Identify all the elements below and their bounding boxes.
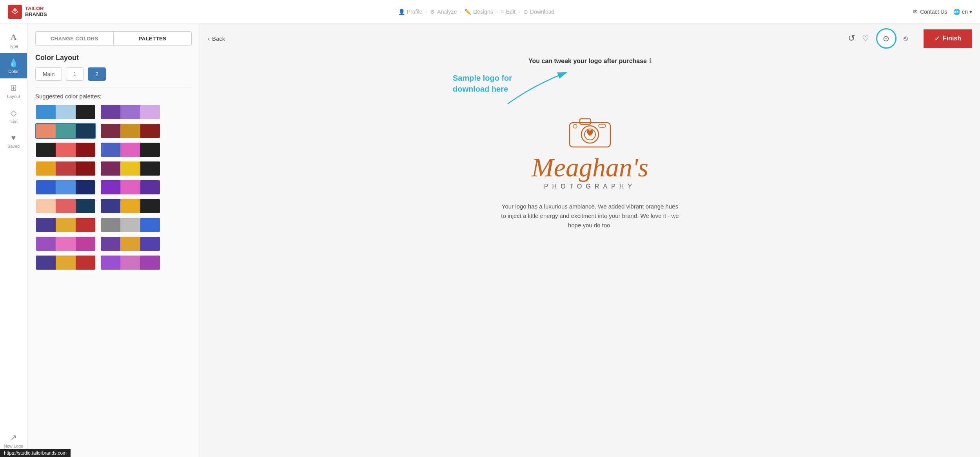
palette-swatch-8-1[interactable] — [35, 236, 96, 252]
palette-row-6 — [35, 198, 192, 214]
palette-swatch-5-1[interactable] — [35, 180, 96, 195]
logo-brand-name: Meaghan's — [532, 153, 648, 182]
edit-icon: ≡ — [501, 9, 504, 15]
nav-step-analyze[interactable]: ⚙ Analyze — [430, 9, 457, 15]
color-panel: CHANGE COLORS PALETTES Color Layout Main… — [27, 24, 200, 457]
annotation-overlay: Sample logo fordownload here — [453, 69, 727, 100]
palette-swatch-6-2[interactable] — [100, 198, 161, 214]
language-selector[interactable]: 🌐 en ▾ — [953, 9, 972, 15]
designs-icon: ✏️ — [465, 9, 471, 15]
divider — [35, 87, 192, 87]
download-icon: ⊙ — [523, 9, 528, 15]
palette-swatch-7-2[interactable] — [100, 217, 161, 233]
palette-swatch-7-1[interactable] — [35, 217, 96, 233]
sidebar-item-layout[interactable]: ⊞ Layout — [0, 78, 27, 103]
checkmark-icon: ✓ — [935, 35, 940, 42]
palette-row-5 — [35, 180, 192, 195]
palette-swatch-5-2[interactable] — [100, 180, 161, 195]
sidebar-item-icon[interactable]: ◇ Icon — [0, 103, 27, 129]
palette-row-3 — [35, 142, 192, 158]
panel-tabs: CHANGE COLORS PALETTES — [35, 31, 192, 46]
color-option-main[interactable]: Main — [35, 67, 62, 81]
camera-icon — [566, 112, 613, 149]
main-layout: A Type 💧 Color ⊞ Layout ◇ Icon ♥ Saved ↗… — [0, 24, 980, 457]
palette-row-9 — [35, 255, 192, 270]
globe-icon: 🌐 — [953, 9, 960, 15]
back-button[interactable]: ‹ Back — [208, 35, 225, 42]
download-circle-icon: ⊙ — [883, 34, 889, 43]
color-icon: 💧 — [9, 58, 18, 67]
palette-swatch-3-1[interactable] — [35, 142, 96, 158]
palette-swatch-6-1[interactable] — [35, 198, 96, 214]
logo-text: TAILOR BRANDS — [25, 6, 47, 17]
sample-label: Sample logo fordownload here — [453, 73, 512, 94]
palette-row-7 — [35, 217, 192, 233]
mail-icon: ✉ — [913, 9, 918, 15]
header-right: ✉ Contact Us 🌐 en ▾ — [886, 9, 972, 15]
favorite-icon[interactable]: ♡ — [862, 34, 869, 43]
nav-step-profile[interactable]: 👤 Profile — [398, 9, 423, 15]
canvas-area: ‹ Back ↺ ♡ ⊙ ⎋ ✓ Finish You can tweak yo… — [200, 24, 980, 457]
palette-swatch-1-1[interactable] — [35, 104, 96, 120]
download-circle-button[interactable]: ⊙ — [876, 28, 897, 49]
tailor-brands-logo-icon — [8, 5, 22, 19]
nav-step-download[interactable]: ⊙ Download — [523, 9, 554, 15]
sidebar-icons: A Type 💧 Color ⊞ Layout ◇ Icon ♥ Saved ↗… — [0, 24, 27, 457]
contact-us-button[interactable]: ✉ Contact Us — [913, 9, 947, 15]
nav-arrow-2: › — [460, 9, 461, 15]
svg-rect-3 — [580, 119, 591, 124]
palettes-title: Suggested color palettes: — [35, 93, 192, 100]
chevron-down-icon: ▾ — [969, 9, 972, 15]
svg-rect-6 — [599, 124, 606, 127]
sidebar-item-color[interactable]: 💧 Color — [0, 53, 27, 78]
tab-change-colors[interactable]: CHANGE COLORS — [36, 32, 114, 45]
nav-arrow-4: › — [519, 9, 520, 15]
palette-swatch-8-2[interactable] — [100, 236, 161, 252]
nav-arrow-3: › — [496, 9, 498, 15]
nav-steps: 👤 Profile › ⚙ Analyze › ✏️ Designs › ≡ E… — [67, 9, 886, 15]
color-layout-options: Main 1 2 — [35, 67, 192, 81]
share-icon[interactable]: ⎋ — [904, 34, 908, 43]
logo-area[interactable]: TAILOR BRANDS — [8, 5, 67, 19]
palette-swatch-2-2[interactable] — [100, 123, 161, 139]
palette-swatch-3-2[interactable] — [100, 142, 161, 158]
tab-palettes[interactable]: PALETTES — [114, 32, 191, 45]
profile-icon: 👤 — [398, 9, 405, 15]
color-option-2[interactable]: 2 — [88, 67, 106, 81]
nav-step-designs[interactable]: ✏️ Designs — [465, 9, 493, 15]
logo-sub-name: PHOTOGRAPHY — [544, 183, 636, 190]
color-option-1[interactable]: 1 — [66, 67, 84, 81]
back-arrow-icon: ‹ — [208, 35, 210, 42]
palette-row-8 — [35, 236, 192, 252]
palette-swatch-9-1[interactable] — [35, 255, 96, 270]
nav-step-edit[interactable]: ≡ Edit — [501, 9, 515, 15]
palette-swatch-4-2[interactable] — [100, 161, 161, 176]
logo-description: Your logo has a luxurious ambiance. We a… — [500, 202, 680, 230]
info-icon: ℹ — [649, 57, 652, 65]
svg-point-7 — [573, 124, 577, 128]
toolbar-icons: ↺ ♡ ⊙ ⎋ — [848, 28, 908, 49]
sidebar-item-type[interactable]: A Type — [0, 27, 27, 53]
nav-arrow-1: › — [425, 9, 427, 15]
undo-icon[interactable]: ↺ — [848, 33, 855, 44]
canvas-content: You can tweak your logo after purchase ℹ… — [200, 53, 980, 457]
color-layout-title: Color Layout — [35, 54, 192, 62]
palette-swatch-9-2[interactable] — [100, 255, 161, 270]
header: TAILOR BRANDS 👤 Profile › ⚙ Analyze › ✏️… — [0, 0, 980, 24]
palette-row-1 — [35, 104, 192, 120]
palette-swatch-2-1[interactable] — [35, 123, 96, 139]
type-icon: A — [11, 32, 17, 42]
sidebar-item-saved[interactable]: ♥ Saved — [0, 129, 27, 153]
analyze-icon: ⚙ — [430, 9, 435, 15]
palettes-grid — [35, 104, 192, 270]
palette-swatch-1-2[interactable] — [100, 104, 161, 120]
palette-row-4 — [35, 161, 192, 176]
layout-icon: ⊞ — [10, 83, 17, 92]
canvas-toolbar: ‹ Back ↺ ♡ ⊙ ⎋ ✓ Finish — [200, 24, 980, 53]
finish-button[interactable]: ✓ Finish — [924, 29, 972, 48]
logo-display: Meaghan's PHOTOGRAPHY — [532, 112, 648, 190]
url-bar: https://studio.tailorbrands.com — [0, 449, 71, 457]
palette-row-2 — [35, 123, 192, 139]
share-icon: ↗ — [10, 433, 17, 442]
palette-swatch-4-1[interactable] — [35, 161, 96, 176]
